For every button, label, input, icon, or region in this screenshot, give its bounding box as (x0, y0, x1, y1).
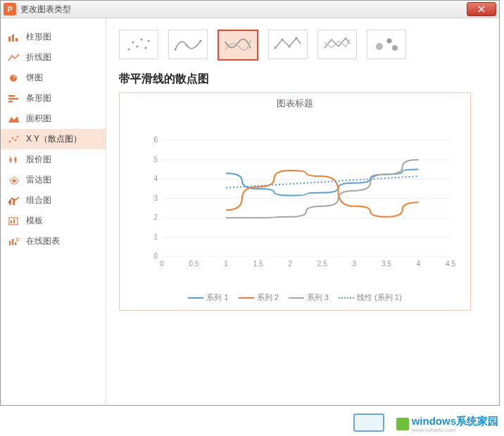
subtype-scatter-dots[interactable] (119, 30, 158, 59)
svg-point-30 (140, 38, 142, 40)
chart-category-sidebar: 柱形图 折线图 饼图 条形图 面积图 X Y（散点图） (1, 18, 106, 406)
svg-rect-6 (8, 101, 13, 103)
svg-rect-24 (12, 239, 14, 245)
svg-point-37 (281, 38, 283, 40)
svg-point-27 (127, 48, 130, 50)
pie-chart-icon (8, 73, 20, 83)
sidebar-item-area[interactable]: 面积图 (1, 108, 106, 129)
combo-chart-icon (8, 196, 20, 206)
svg-rect-5 (8, 98, 18, 100)
svg-point-38 (288, 45, 290, 47)
sidebar-item-template[interactable]: 模板 (1, 211, 106, 231)
svg-point-35 (199, 39, 201, 42)
sidebar-item-radar[interactable]: 雷达图 (1, 170, 106, 190)
svg-point-40 (376, 43, 383, 50)
scatter-chart-icon (8, 135, 20, 144)
watermark-brand: windows系统家园 (412, 415, 498, 427)
svg-point-32 (147, 39, 149, 42)
subtype-scatter-line[interactable] (317, 30, 357, 59)
close-icon (478, 6, 485, 13)
sidebar-item-online[interactable]: 在线图表 (1, 231, 106, 251)
svg-rect-1 (12, 35, 14, 42)
close-button[interactable] (467, 2, 496, 16)
subtype-bubble[interactable] (367, 30, 406, 59)
svg-rect-0 (8, 37, 11, 42)
svg-rect-23 (9, 241, 11, 245)
svg-text:0: 0 (153, 252, 158, 260)
svg-text:6: 6 (153, 136, 158, 144)
svg-marker-7 (8, 116, 19, 123)
svg-point-10 (15, 139, 17, 141)
svg-text:4.5: 4.5 (446, 260, 455, 268)
sidebar-item-label: 面积图 (26, 113, 51, 125)
sidebar-item-label: 雷达图 (26, 174, 51, 186)
svg-text:3: 3 (153, 194, 158, 202)
legend-series-2: 系列 2 (239, 292, 279, 303)
svg-point-29 (136, 45, 138, 47)
radar-chart-icon (8, 175, 20, 185)
svg-text:1: 1 (224, 260, 228, 268)
watermark: windows系统家园 www.ruihaifu.com (396, 415, 498, 433)
sidebar-item-pie[interactable]: 饼图 (1, 68, 106, 88)
svg-point-9 (12, 137, 14, 139)
stock-chart-icon (8, 155, 20, 165)
svg-text:5: 5 (153, 156, 158, 163)
line-chart-icon (8, 53, 20, 63)
svg-text:2.5: 2.5 (317, 260, 327, 268)
sidebar-item-combo[interactable]: 组合图 (1, 190, 106, 211)
sidebar-item-label: 条形图 (26, 92, 51, 104)
sidebar-item-label: 股价图 (26, 154, 51, 166)
titlebar: P 更改图表类型 (1, 1, 499, 18)
svg-rect-13 (10, 158, 12, 161)
svg-point-11 (17, 135, 19, 137)
svg-rect-21 (11, 220, 12, 223)
app-icon: P (4, 3, 16, 15)
svg-point-31 (144, 46, 146, 49)
sidebar-item-bar[interactable]: 条形图 (1, 88, 106, 108)
sidebar-item-label: 折线图 (26, 51, 51, 63)
template-icon (8, 216, 20, 226)
online-chart-icon (8, 237, 20, 247)
watermark-url: www.ruihaifu.com (412, 427, 498, 433)
svg-point-39 (295, 37, 297, 39)
subtype-scatter-smooth-marker[interactable] (168, 30, 208, 59)
subtype-scatter-smooth[interactable] (218, 30, 258, 61)
svg-point-33 (174, 48, 176, 50)
sidebar-item-label: X Y（散点图） (26, 133, 82, 145)
bar-chart-icon (8, 94, 20, 104)
dialog-title: 更改图表类型 (20, 4, 71, 15)
svg-text:4: 4 (153, 175, 158, 182)
subtype-scatter-line-marker[interactable] (268, 30, 308, 59)
svg-text:1.5: 1.5 (253, 260, 263, 268)
svg-text:3.5: 3.5 (382, 260, 391, 268)
sidebar-item-column[interactable]: 柱形图 (1, 27, 106, 47)
svg-point-8 (9, 140, 11, 142)
sidebar-item-line[interactable]: 折线图 (1, 47, 106, 68)
change-chart-type-dialog: P 更改图表类型 柱形图 折线图 饼图 条形图 (0, 0, 500, 406)
sidebar-item-label: 柱形图 (26, 31, 51, 43)
svg-text:0: 0 (160, 260, 164, 268)
sidebar-item-label: 饼图 (26, 72, 43, 84)
legend-series-3: 系列 3 (289, 292, 329, 303)
chart-title: 图表标题 (120, 93, 470, 110)
svg-text:1: 1 (153, 233, 158, 241)
chart-plot: 012345600.511.522.533.544.5 (141, 118, 458, 273)
legend-trend: 线性 (系列 1) (339, 292, 402, 303)
taskbar-thumb (353, 413, 384, 432)
sidebar-item-stock[interactable]: 股价图 (1, 149, 106, 170)
column-chart-icon (8, 32, 20, 42)
sidebar-item-label: 在线图表 (26, 235, 60, 247)
chart-preview: 图表标题 012345600.511.522.533.544.5 系列 1 系列… (119, 92, 471, 311)
sidebar-item-scatter[interactable]: X Y（散点图） (1, 129, 106, 149)
subtype-heading: 带平滑线的散点图 (119, 72, 486, 87)
svg-text:2: 2 (288, 260, 292, 268)
svg-point-28 (132, 41, 134, 43)
main-panel: 带平滑线的散点图 图表标题 012345600.511.522.533.544.… (106, 18, 499, 406)
svg-rect-22 (13, 219, 15, 223)
area-chart-icon (8, 114, 20, 124)
svg-point-36 (274, 46, 276, 49)
chart-subtype-row (119, 27, 486, 68)
sidebar-item-label: 模板 (26, 215, 43, 227)
svg-rect-2 (15, 38, 18, 42)
chart-legend: 系列 1 系列 2 系列 3 线性 (系列 1) (120, 292, 470, 303)
